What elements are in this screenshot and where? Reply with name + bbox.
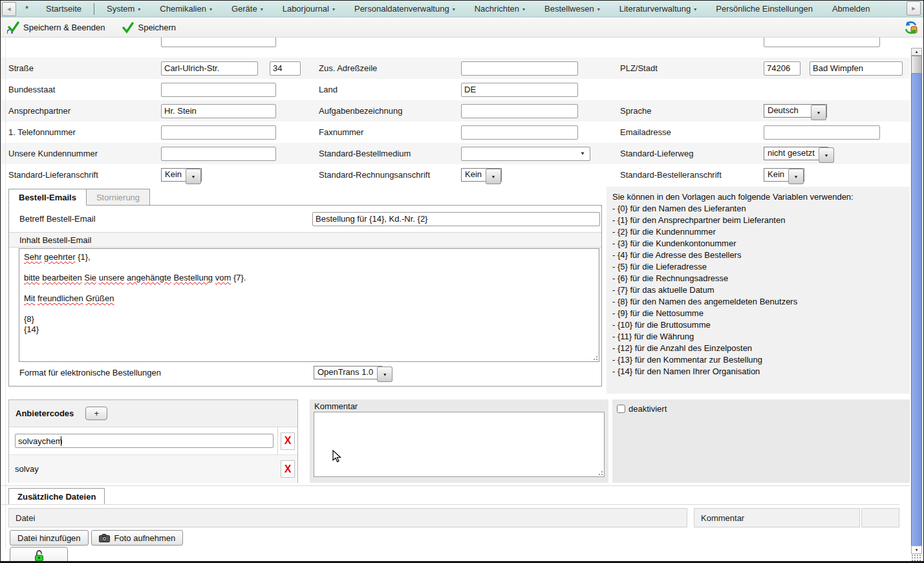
- scrollbar-track[interactable]: [911, 74, 922, 546]
- menu-persoenliche-einstellungen[interactable]: Persönliche Einstellungen: [706, 1, 822, 17]
- tab-current-marker[interactable]: *: [17, 1, 36, 17]
- kommentar-textarea[interactable]: [314, 412, 605, 477]
- tab-stornierung[interactable]: Stornierung: [87, 189, 150, 206]
- scrollbar-up-button[interactable]: ▲: [911, 48, 922, 56]
- bundesstaat-input[interactable]: [161, 83, 276, 97]
- strasse-input[interactable]: [161, 61, 258, 76]
- menu-chemikalien[interactable]: Chemikalien▾: [150, 1, 222, 17]
- menu-laborjournal[interactable]: Laborjournal▾: [273, 1, 345, 17]
- faxnummer-input[interactable]: [461, 125, 578, 140]
- scrollbar-down-button[interactable]: ▼: [911, 546, 922, 554]
- chevron-down-icon: ▾: [332, 5, 335, 12]
- form-row-strasse: Straße Zus. Adreßzeile PLZ/Stadt: [1, 58, 910, 79]
- variable-item: - {13} für den Kommentar zur Bestellung: [612, 354, 904, 366]
- chevron-down-icon: ▾: [694, 5, 696, 12]
- clipped-field-1[interactable]: [161, 37, 276, 47]
- lieferweg-select[interactable]: nicht gesetzt ▼: [764, 147, 828, 160]
- scroll-left-icon: ◄: [6, 6, 12, 12]
- tab-zusaetzliche-dateien[interactable]: Zusätzliche Dateien: [8, 488, 105, 505]
- mouse-cursor-icon: [332, 450, 341, 463]
- app-window: ◄ * Startseite System▾ Chemikalien▾ Gerä…: [0, 0, 924, 563]
- plz-input[interactable]: [764, 61, 800, 76]
- take-photo-button[interactable]: Foto aufnehmen: [91, 530, 184, 546]
- menu-startseite[interactable]: Startseite: [36, 1, 91, 17]
- form-row-clipped: [1, 37, 910, 58]
- form-row-kundennummer: Unsere Kundennummer Standard-Bestellmedi…: [1, 143, 910, 164]
- kommentar-label: Kommentar: [310, 399, 608, 411]
- clipped-field-2[interactable]: [764, 37, 880, 47]
- delete-anbietercode-button[interactable]: X: [281, 432, 295, 450]
- kundennummer-input[interactable]: [161, 147, 276, 161]
- lock-status-tab[interactable]: [10, 547, 68, 563]
- add-file-button[interactable]: Datei hinzufügen: [10, 530, 89, 546]
- reload-icon[interactable]: [904, 21, 918, 35]
- variable-item: - {4} für die Adresse des Bestellers: [612, 250, 904, 261]
- email-body-textarea[interactable]: Sehr geehrter {1}, bitte bearbeiten Sie …: [19, 248, 599, 362]
- chevron-down-icon: ▾: [453, 5, 455, 12]
- menu-personaldatenverwaltung[interactable]: Personaldatenverwaltung▾: [345, 1, 465, 17]
- check-exit-icon: [7, 21, 19, 34]
- bestellmedium-select[interactable]: ▼: [461, 147, 590, 161]
- variable-item: - {12} für die Anzahl des Einzelposten: [612, 343, 904, 354]
- emailadresse-input[interactable]: [764, 125, 880, 140]
- email-tabstrip: Bestell-Emails Stornierung: [8, 189, 150, 206]
- resize-grip-icon[interactable]: [597, 469, 603, 476]
- variable-item: - {9} für die Nettosumme: [612, 308, 904, 319]
- betreff-input[interactable]: [312, 212, 600, 226]
- variable-item: - {14} für den Namen Ihrer Organisation: [612, 366, 904, 377]
- format-select[interactable]: OpenTrans 1.0 ▼: [314, 366, 382, 379]
- save-and-exit-button[interactable]: Speichern & Beenden: [7, 21, 105, 34]
- tab-bestell-emails[interactable]: Bestell-Emails: [8, 189, 87, 206]
- menu-nachrichten[interactable]: Nachrichten▾: [465, 1, 535, 17]
- zus-adresszeile-label: Zus. Adreßzeile: [311, 63, 461, 73]
- land-input[interactable]: [461, 83, 578, 97]
- anbietercodes-panel: Anbietercodes + X solvay X: [8, 399, 298, 483]
- save-button[interactable]: Speichern: [122, 21, 176, 34]
- rechnungsanschrift-label: Standard-Rechnungsanschrift: [311, 170, 461, 180]
- variables-heading: Sie können in den Vorlagen auch folgende…: [612, 191, 904, 203]
- menu-abmelden[interactable]: Abmelden: [822, 1, 880, 17]
- menu-geraete[interactable]: Geräte▾: [222, 1, 273, 17]
- scroll-left-button[interactable]: ◄: [2, 2, 16, 16]
- resize-grip-icon[interactable]: [592, 354, 598, 361]
- menu-literaturverwaltung[interactable]: Literaturverwaltung▾: [610, 1, 707, 17]
- bestelleranschrift-select[interactable]: Kein ▼: [764, 168, 804, 182]
- sprache-select[interactable]: Deutsch ▼: [764, 104, 827, 118]
- lieferanschrift-select[interactable]: Kein ▼: [161, 168, 202, 182]
- chevron-down-icon: ▾: [522, 5, 525, 12]
- hausnummer-input[interactable]: [270, 61, 301, 76]
- menu-system[interactable]: System▾: [97, 1, 150, 17]
- variable-item: - {8} für den Namen des angemeldeten Ben…: [612, 296, 904, 308]
- zus-adresszeile-input[interactable]: [461, 61, 578, 76]
- deaktiviert-checkbox[interactable]: [617, 405, 625, 413]
- form-row-ansprechpartner: Ansprechpartner Aufgabenbezeichnung Spra…: [1, 100, 910, 122]
- aufgabenbezeichnung-input[interactable]: [461, 104, 578, 118]
- column-header-datei: Datei: [8, 508, 687, 527]
- window-resize-grip[interactable]: [911, 554, 922, 561]
- tabstrip-baseline: [1, 504, 899, 505]
- rechnungsanschrift-select[interactable]: Kein ▼: [461, 168, 502, 182]
- delete-anbietercode-button[interactable]: X: [281, 460, 295, 478]
- vertical-scrollbar[interactable]: ▲ ▼: [911, 48, 922, 561]
- variable-item: - {3} für die Kundenkontonummer: [612, 238, 904, 250]
- section-divider: [1, 485, 910, 486]
- betreff-row: Betreff Bestell-Email: [9, 206, 601, 232]
- text-caret: [61, 436, 61, 446]
- scroll-right-button[interactable]: ►: [907, 1, 921, 16]
- menu-bestellwesen[interactable]: Bestellwesen▾: [535, 1, 610, 17]
- add-anbietercode-button[interactable]: +: [85, 407, 107, 420]
- toolbar: Speichern & Beenden Speichern: [1, 18, 923, 37]
- plz-stadt-label: PLZ/Stadt: [612, 63, 764, 73]
- supplier-form: Straße Zus. Adreßzeile PLZ/Stadt Bundess…: [1, 37, 910, 563]
- ansprechpartner-input[interactable]: [161, 104, 276, 118]
- format-row: Format für elektronische Bestellungen Op…: [19, 368, 599, 377]
- telefonnummer-input[interactable]: [161, 125, 276, 140]
- scrollbar-thumb[interactable]: [911, 56, 922, 74]
- chevron-down-icon: ▼: [811, 105, 826, 120]
- chevron-down-icon: ▾: [210, 5, 212, 12]
- stadt-input[interactable]: [810, 61, 903, 76]
- anbietercode-input[interactable]: [15, 434, 274, 448]
- anbietercode-row: X: [9, 427, 297, 455]
- chevron-down-icon: ▾: [138, 5, 140, 12]
- chevron-down-icon: ▼: [788, 169, 804, 184]
